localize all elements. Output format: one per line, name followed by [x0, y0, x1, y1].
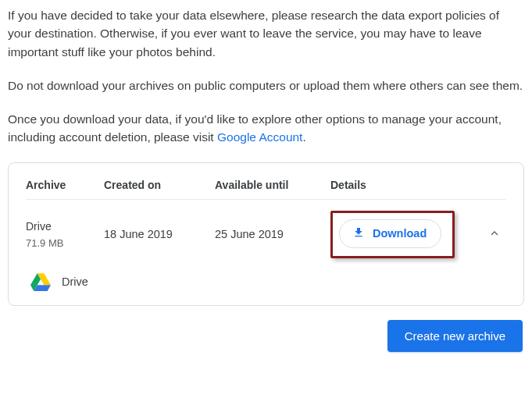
google-account-link[interactable]: Google Account	[217, 130, 302, 144]
table-header-row: Archive Created on Available until Detai…	[26, 174, 506, 200]
archive-product-name: Drive	[62, 275, 88, 288]
download-icon	[352, 226, 365, 241]
archive-name: Drive	[26, 220, 104, 233]
col-header-created: Created on	[104, 179, 215, 191]
drive-icon	[30, 272, 51, 291]
archive-created: 18 June 2019	[104, 228, 215, 240]
archive-product-row: Drive	[26, 268, 506, 293]
col-header-available: Available until	[215, 179, 330, 191]
intro-paragraph-1: If you have decided to take your data el…	[8, 6, 524, 61]
table-row: Drive 71.9 MB 18 June 2019 25 June 2019 …	[26, 200, 506, 268]
archives-card: Archive Created on Available until Detai…	[8, 162, 524, 306]
intro-paragraph-3: Once you download your data, if you'd li…	[8, 110, 524, 147]
chevron-up-icon	[487, 231, 502, 243]
intro-paragraph-2: Do not download your archives on public …	[8, 76, 524, 94]
download-highlight: Download	[330, 211, 455, 258]
archive-available: 25 June 2019	[215, 228, 330, 240]
col-header-details: Details	[330, 179, 475, 191]
archive-size: 71.9 MB	[26, 237, 104, 249]
collapse-button[interactable]	[483, 222, 506, 247]
col-header-archive: Archive	[26, 179, 104, 191]
intro-p3-text-b: .	[302, 130, 305, 144]
download-label: Download	[373, 227, 427, 240]
download-button[interactable]: Download	[339, 219, 441, 248]
create-new-archive-button[interactable]: Create new archive	[387, 320, 523, 352]
